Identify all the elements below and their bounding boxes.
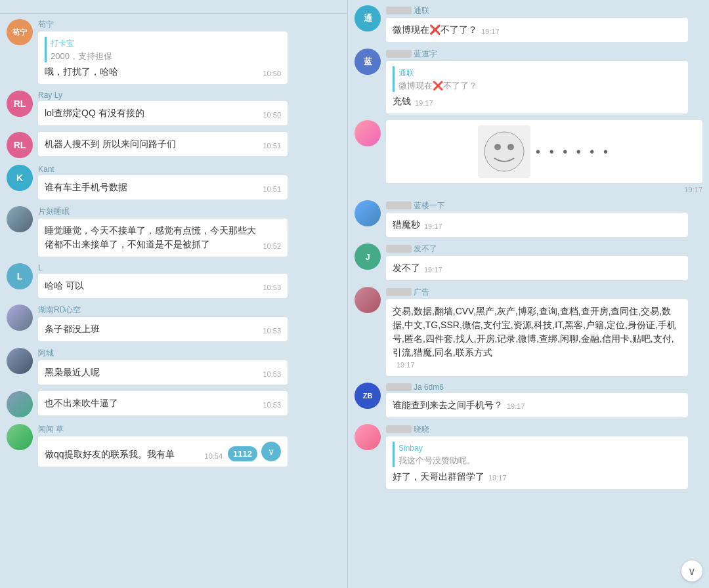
list-item[interactable]: • • • • • •19:17 <box>354 120 702 194</box>
list-item[interactable]: 湖南RD心空条子都没上班10:53 <box>7 304 341 341</box>
message-bubble[interactable]: 交易,数据,翻墙,CVV,黑产,灰产,博彩,查询,查档,查开房,查同住,交易,数… <box>386 299 688 376</box>
message-time: 10:51 <box>263 140 281 152</box>
message-text: 微博现在❌不了了？ <box>393 23 477 37</box>
list-item[interactable]: 也不出来吹牛逼了10:53 <box>7 391 341 417</box>
message-time: 19:17 <box>397 360 415 371</box>
sender-name: 广告 <box>386 287 702 298</box>
bubble-area: 片刻睡眠睡觉睡觉，今天不接单了，感觉有点慌，今天那些大佬都不出来接单了，不知道是… <box>38 206 341 257</box>
scroll-button[interactable]: ∨ <box>261 442 281 461</box>
avatar <box>354 287 381 313</box>
list-item[interactable]: 晓晓Sinbay我这个号没赞助呢。好了，天哥出群留学了19:17 <box>354 424 702 489</box>
message-bubble[interactable]: 哈哈 可以10:53 <box>38 274 288 298</box>
message-text: 条子都没上班 <box>45 322 259 336</box>
list-item[interactable]: 蓝楼一下猎魔秒19:17 <box>354 200 702 237</box>
list-item[interactable]: 阿城黑枭最近人呢10:53 <box>7 348 341 385</box>
message-text: 交易,数据,翻墙,CVV,黑产,灰产,博彩,查询,查档,查开房,查同住,交易,数… <box>393 304 681 360</box>
message-text: 机器人搜不到 所以来问问路子们 <box>45 137 259 151</box>
svg-point-0 <box>484 132 524 171</box>
bubble-area: 阿城黑枭最近人呢10:53 <box>38 348 341 385</box>
message-bubble[interactable]: 睡觉睡觉，今天不接单了，感觉有点慌，今天那些大佬都不出来接单了，不知道是不是被抓… <box>38 219 288 257</box>
avatar: 苟宁 <box>7 19 33 45</box>
message-text: 做qq提取好友的联系我。我有单 <box>45 448 201 461</box>
avatar <box>7 206 33 232</box>
bubble-area: Kant谁有车主手机号数据10:51 <box>38 165 341 200</box>
list-item[interactable]: LL哈哈 可以10:53 <box>7 263 341 298</box>
message-bubble[interactable]: Sinbay我这个号没赞助呢。好了，天哥出群留学了19:17 <box>386 436 688 489</box>
avatar <box>7 304 33 331</box>
message-time: 10:53 <box>263 326 281 337</box>
bubble-area: 发不了发不了19:17 <box>386 243 702 280</box>
bubble-area: 通联微博现在❌不了了？19:17 <box>386 5 702 42</box>
list-item[interactable]: 蓝 蓝道宇通联微博现在❌不了了？充钱19:17 <box>354 49 702 114</box>
sender-name: 晓晓 <box>386 424 702 435</box>
message-bubble[interactable]: 机器人搜不到 所以来问问路子们10:51 <box>38 132 288 156</box>
message-text: 谁有车主手机号数据 <box>45 180 259 194</box>
list-item[interactable]: 片刻睡眠睡觉睡觉，今天不接单了，感觉有点慌，今天那些大佬都不出来接单了，不知道是… <box>7 206 341 257</box>
bubble-area: 广告交易,数据,翻墙,CVV,黑产,灰产,博彩,查询,查档,查开房,查同住,交易… <box>386 287 702 376</box>
message-text: 哦，打扰了，哈哈 <box>45 65 259 79</box>
quoted-text: Sinbay我这个号没赞助呢。 <box>393 442 681 467</box>
message-time: 10:52 <box>263 241 281 252</box>
message-bubble[interactable]: 猎魔秒19:17 <box>386 213 688 237</box>
meme-image: • • • • • • <box>386 120 702 183</box>
sender-name: 苟宁 <box>38 19 341 30</box>
message-bubble[interactable]: 做qq提取好友的联系我。我有单10:541112∨ <box>38 436 288 467</box>
sender-name: 发不了 <box>386 243 702 255</box>
message-text: lol查绑定QQ 有没有接的 <box>45 106 259 120</box>
right-panel[interactable]: 通 通联微博现在❌不了了？19:17蓝 蓝道宇通联微博现在❌不了了？充钱19:1… <box>348 0 709 588</box>
message-bubble[interactable]: 谁有车主手机号数据10:51 <box>38 175 288 200</box>
list-item[interactable]: J 发不了发不了19:17 <box>354 243 702 280</box>
message-bubble[interactable]: 条子都没上班10:53 <box>38 317 288 341</box>
sender-name: 湖南RD心空 <box>38 304 341 316</box>
message-bubble[interactable]: 黑枭最近人呢10:53 <box>38 360 288 385</box>
message-time: 19:17 <box>424 264 442 276</box>
bubble-area: 闻闻 草做qq提取好友的联系我。我有单10:541112∨ <box>38 424 341 467</box>
avatar: L <box>7 263 33 289</box>
avatar <box>354 200 381 226</box>
message-bubble[interactable]: 通联微博现在❌不了了？充钱19:17 <box>386 61 688 114</box>
avatar: K <box>7 165 33 191</box>
list-item[interactable]: 通 通联微博现在❌不了了？19:17 <box>354 5 702 42</box>
bubble-area: 晓晓Sinbay我这个号没赞助呢。好了，天哥出群留学了19:17 <box>386 424 702 489</box>
list-item[interactable]: KKant谁有车主手机号数据10:51 <box>7 165 341 200</box>
message-bubble[interactable]: 打卡宝2000，支持担保哦，打扰了，哈哈10:50 <box>38 32 288 84</box>
message-time: 10:54 <box>205 451 223 462</box>
message-bubble[interactable]: 微博现在❌不了了？19:17 <box>386 18 688 42</box>
message-text: 黑枭最近人呢 <box>45 366 259 379</box>
svg-point-2 <box>507 144 514 150</box>
avatar: ZB <box>354 383 381 409</box>
sender-name: 蓝道宇 <box>386 49 702 60</box>
sender-name: 通联 <box>386 5 702 16</box>
list-item[interactable]: RL机器人搜不到 所以来问问路子们10:51 <box>7 132 341 158</box>
message-bubble[interactable]: lol查绑定QQ 有没有接的10:50 <box>38 101 288 125</box>
avatar: 通 <box>354 5 381 32</box>
meme-face-icon <box>478 125 530 178</box>
message-time: 19:17 <box>481 26 500 37</box>
messages-list[interactable]: 苟宁苟宁打卡宝2000，支持担保哦，打扰了，哈哈10:50RLRay Lylol… <box>0 14 347 588</box>
message-text: 也不出来吹牛逼了 <box>45 396 259 410</box>
message-time: 19:17 <box>507 401 525 412</box>
list-item[interactable]: RLRay Lylol查绑定QQ 有没有接的10:50 <box>7 91 341 125</box>
list-item[interactable]: 闻闻 草做qq提取好友的联系我。我有单10:541112∨ <box>7 424 341 467</box>
bubble-area: 机器人搜不到 所以来问问路子们10:51 <box>38 132 341 156</box>
svg-point-1 <box>494 144 501 150</box>
message-bubble[interactable]: 发不了19:17 <box>386 256 688 280</box>
avatar: RL <box>7 132 33 158</box>
message-bubble[interactable]: 也不出来吹牛逼了10:53 <box>38 391 288 415</box>
message-time: 10:53 <box>263 369 281 380</box>
header <box>0 0 347 14</box>
unread-badge: 1112 <box>228 446 257 462</box>
avatar <box>7 424 33 450</box>
sender-name: L <box>38 263 341 272</box>
list-item[interactable]: ZB Ja 6dm6谁能查到来去之间手机号？19:17 <box>354 383 702 417</box>
list-item[interactable]: 广告交易,数据,翻墙,CVV,黑产,灰产,博彩,查询,查档,查开房,查同住,交易… <box>354 287 702 376</box>
message-bubble[interactable]: 谁能查到来去之间手机号？19:17 <box>386 393 688 417</box>
bubble-area: 蓝道宇通联微博现在❌不了了？充钱19:17 <box>386 49 702 114</box>
list-item[interactable]: 苟宁苟宁打卡宝2000，支持担保哦，打扰了，哈哈10:50 <box>7 19 341 84</box>
sender-name: Ja 6dm6 <box>386 383 702 392</box>
scroll-down-button[interactable]: ∨ <box>681 560 702 581</box>
message-time: 19:17 <box>488 472 507 484</box>
avatar <box>354 120 381 146</box>
quoted-text: 打卡宝2000，支持担保 <box>45 37 281 62</box>
meme-dots: • • • • • • <box>536 144 611 159</box>
